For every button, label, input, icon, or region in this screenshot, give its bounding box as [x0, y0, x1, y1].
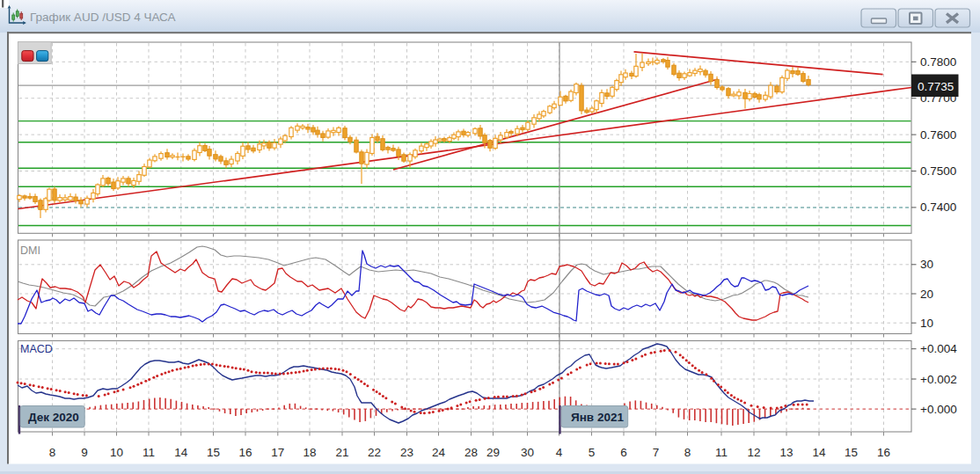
- svg-text:+0.002: +0.002: [920, 373, 957, 386]
- svg-text:11: 11: [715, 446, 728, 459]
- svg-text:20: 20: [920, 288, 933, 301]
- svg-text:17: 17: [271, 446, 284, 459]
- svg-text:8: 8: [684, 446, 691, 459]
- svg-text:Янв 2021: Янв 2021: [571, 411, 624, 424]
- svg-text:14: 14: [812, 446, 826, 459]
- svg-text:MACD: MACD: [20, 343, 53, 355]
- svg-text:16: 16: [238, 446, 252, 459]
- svg-text:Дек 2020: Дек 2020: [28, 411, 79, 424]
- svg-text:0.7500: 0.7500: [920, 164, 956, 178]
- svg-text:11: 11: [143, 446, 155, 459]
- svg-text:10: 10: [110, 446, 123, 459]
- svg-text:30: 30: [521, 446, 534, 459]
- svg-text:DMI: DMI: [20, 244, 40, 257]
- svg-text:0.7735: 0.7735: [918, 80, 954, 93]
- svg-text:9: 9: [81, 446, 88, 459]
- svg-text:22: 22: [368, 446, 381, 459]
- svg-text:15: 15: [207, 446, 220, 459]
- svg-text:29: 29: [486, 446, 500, 459]
- svg-text:30: 30: [920, 258, 933, 271]
- svg-text:5: 5: [589, 446, 596, 459]
- svg-text:0.7800: 0.7800: [920, 55, 956, 69]
- svg-text:14: 14: [174, 446, 188, 459]
- svg-text:18: 18: [303, 446, 316, 459]
- svg-text:21: 21: [335, 446, 348, 459]
- svg-text:+0.004: +0.004: [920, 342, 957, 355]
- svg-text:8: 8: [49, 446, 56, 459]
- svg-text:6: 6: [620, 446, 627, 459]
- svg-text:График AUD /USD 4 ЧАСА: График AUD /USD 4 ЧАСА: [30, 11, 176, 24]
- svg-text:+0.000: +0.000: [920, 403, 957, 416]
- svg-text:23: 23: [400, 446, 413, 459]
- svg-text:13: 13: [779, 446, 793, 459]
- svg-text:24: 24: [432, 446, 446, 459]
- svg-text:0.7400: 0.7400: [920, 201, 956, 214]
- svg-text:28: 28: [464, 446, 478, 459]
- svg-text:0.7600: 0.7600: [920, 128, 956, 142]
- svg-text:7: 7: [653, 446, 660, 459]
- svg-text:10: 10: [920, 317, 933, 330]
- svg-text:16: 16: [877, 446, 890, 459]
- svg-text:12: 12: [747, 446, 760, 459]
- svg-text:4: 4: [556, 446, 563, 459]
- svg-text:15: 15: [845, 446, 858, 459]
